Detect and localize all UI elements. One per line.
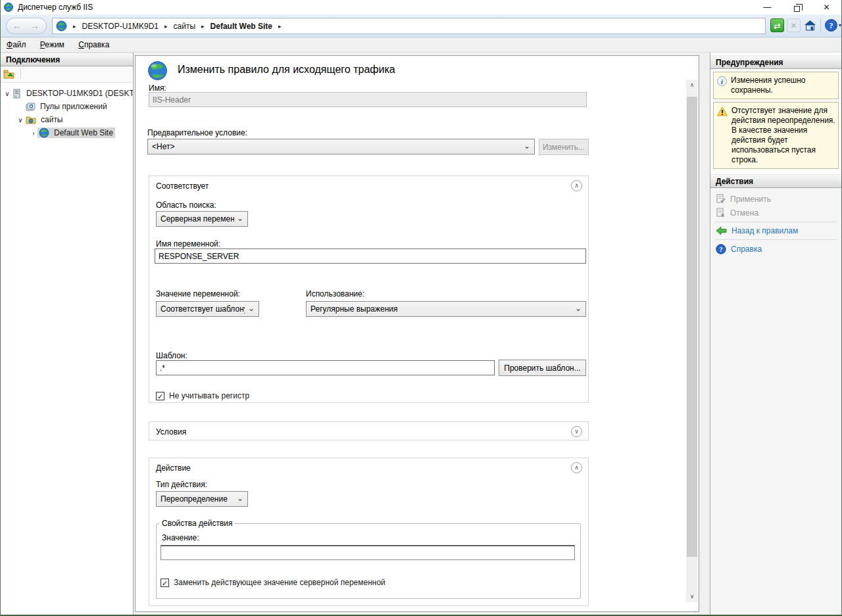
menu-view[interactable]: Режим [34,37,70,52]
connections-header: Подключения [1,53,133,66]
tree-item-server[interactable]: ∨ DESKTOP-U1MK9D1 (DESKTOP [1,87,133,100]
back-to-rules-link[interactable]: Назад к правилам [710,224,841,237]
tree-item-sites[interactable]: ∨ сайты [1,113,133,126]
sites-folder-icon [26,115,36,124]
variable-name-input[interactable] [155,249,586,264]
restore-icon [794,6,800,12]
breadcrumb-sites[interactable]: сайты [174,22,196,31]
chevron-down-icon: ⌄ [237,214,243,223]
cancel-label: Отмена [730,208,758,218]
page-title: Изменить правило для исходящего трафика [178,64,395,76]
action-type-value: Переопределение [161,494,228,504]
stop-button: ✕ [787,18,801,32]
actions-separator [714,222,837,222]
expand-section-icon[interactable]: ∨ [571,426,582,437]
warning-alert-text: Отсутствует значение для действия переоп… [731,106,835,165]
action-value-label: Значение: [162,533,199,542]
help-caret-icon[interactable]: ▾ [839,22,841,28]
breadcrumb-server[interactable]: DESKTOP-U1MK9D1 [82,22,159,31]
home-button[interactable] [803,18,817,32]
variable-value-select[interactable]: Соответствует шаблону ⌄ [156,301,259,317]
apply-label: Применить [730,195,771,204]
workspace: Подключения ∨ DESKTOP-U1MK9D1 (DESKTOP [1,53,841,615]
iis-manager-window: Диспетчер служб IIS — ✕ ← → ▸ DESKTOP-U1… [0,0,842,616]
back-to-rules-label: Назад к правилам [731,226,798,235]
tree-expander-icon[interactable]: ∨ [16,116,24,124]
tree-item-label: Пулы приложений [38,101,109,112]
back-arrow-icon [716,226,727,235]
info-icon: i [717,76,727,86]
stop-icon: ✕ [790,21,797,30]
info-alert-text: Изменения успешно сохранены. [731,76,835,95]
name-input [149,92,587,107]
forward-icon[interactable]: → [30,20,39,31]
action-type-label: Тип действия: [156,480,207,489]
test-pattern-button[interactable]: Проверить шаблон... [499,360,586,376]
replace-checkbox-row[interactable]: ✓ Заменить действующее значение серверно… [161,578,385,587]
connections-tree: ∨ DESKTOP-U1MK9D1 (DESKTOP Пулы приложен… [1,83,133,139]
globe-icon [56,20,67,32]
apply-icon [716,194,726,204]
precondition-select[interactable]: <Нет> ⌄ [147,139,535,154]
crumb-separator-icon: ▸ [164,23,168,30]
crumb-separator-icon: ▸ [73,23,76,30]
toolbar-separator [820,18,821,32]
back-icon[interactable]: ← [12,20,22,31]
restore-button[interactable] [782,0,812,14]
collapse-section-icon[interactable]: ∧ [571,180,582,191]
scope-value: Серверная переменн [161,214,234,224]
tree-expander-icon[interactable]: ∨ [3,90,11,97]
tree-item-label: сайты [39,114,65,125]
scroll-down-icon[interactable]: ∨ [686,591,698,602]
rule-edit-page: Изменить правило для исходящего трафика … [135,55,699,612]
action-type-select[interactable]: Переопределение ⌄ [156,491,248,507]
menu-bar: Файл Режим Справка [1,37,841,53]
nav-buttons: ← → [6,18,47,34]
close-button[interactable]: ✕ [812,0,841,14]
toolbar-separator [20,68,21,79]
help-link[interactable]: ? Справка [710,242,841,256]
using-select[interactable]: Регулярные выражения ⌄ [306,301,586,317]
cancel-icon [716,208,726,218]
refresh-button[interactable]: ⇄ [770,18,784,32]
ignore-case-label: Не учитывать регистр [169,391,249,400]
menu-help[interactable]: Справка [72,37,115,52]
pattern-input[interactable] [156,360,495,375]
vertical-scrollbar[interactable]: ∧ ∨ [686,80,698,602]
precondition-label: Предварительное условие: [147,128,247,137]
collapse-section-icon[interactable]: ∧ [571,462,582,473]
tree-expander-icon[interactable]: › [30,130,37,137]
chevron-down-icon: ⌄ [248,304,255,313]
breadcrumb[interactable]: ▸ DESKTOP-U1MK9D1 ▸ сайты ▸ Default Web … [52,18,766,34]
action-section: Действие ∧ Тип действия: Переопределение… [149,458,589,606]
minimize-button[interactable]: — [753,0,782,14]
breadcrumb-current-site[interactable]: Default Web Site [210,22,272,31]
pattern-label: Шаблон: [156,351,187,360]
menu-file[interactable]: Файл [1,37,32,52]
tree-item-label: DESKTOP-U1MK9D1 (DESKTOP [24,88,133,99]
scrollbar-thumb[interactable] [687,97,697,557]
app-icon [3,2,14,12]
tree-item-app-pools[interactable]: Пулы приложений [1,100,133,113]
name-label: Имя: [149,83,166,93]
scope-select[interactable]: Серверная переменн ⌄ [156,211,248,227]
action-value-input[interactable] [161,545,575,560]
minimize-icon: — [764,3,772,12]
variable-value-value: Соответствует шаблону [161,304,245,314]
checkbox-checked-icon[interactable]: ✓ [156,392,164,400]
precondition-value: <Нет> [152,142,174,151]
action-properties-group: Свойства действия Значение: ✓ Заменить д… [156,519,581,599]
replace-label: Заменить действующее значение серверной … [174,578,385,587]
action-section-title: Действие [156,463,191,473]
save-connection-icon[interactable] [3,69,14,79]
close-icon: ✕ [823,3,830,12]
scroll-up-icon[interactable]: ∧ [686,80,698,91]
chevron-down-icon: ⌄ [237,494,243,503]
conditions-section-title: Условия [156,427,186,437]
chevron-down-icon: ⌄ [524,141,530,151]
svg-text:?: ? [720,246,723,253]
tree-item-default-web-site[interactable]: › Default Web Site [1,126,133,139]
help-button[interactable]: ? [824,18,838,32]
ignore-case-checkbox-row[interactable]: ✓ Не учитывать регистр [156,391,249,400]
checkbox-checked-icon[interactable]: ✓ [161,579,169,587]
